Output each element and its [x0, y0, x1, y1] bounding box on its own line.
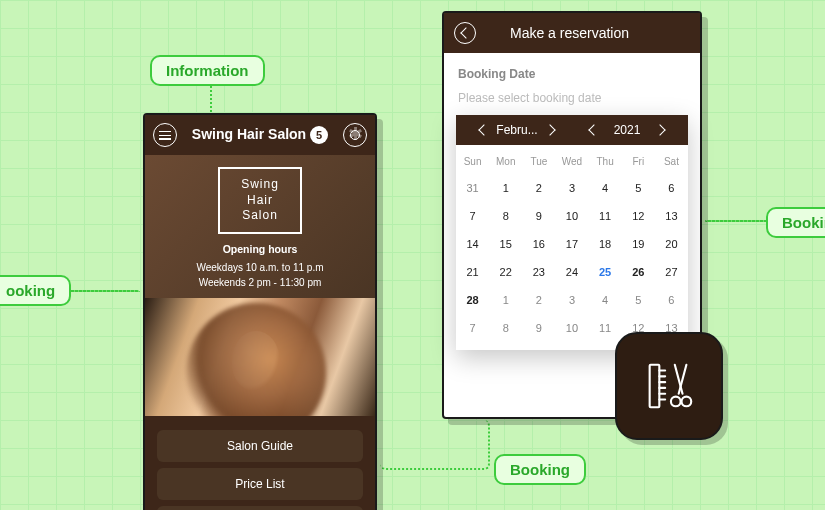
- calendar-day[interactable]: 4: [589, 174, 622, 202]
- calendar-day[interactable]: 16: [522, 230, 555, 258]
- svg-line-8: [679, 365, 687, 394]
- phone-salon-app: Swing Hair Salon5 Swing Hair Salon Openi…: [143, 113, 377, 510]
- calendar-day[interactable]: 11: [589, 314, 622, 342]
- svg-rect-0: [650, 365, 660, 408]
- tag-booking-bottom: Booking: [494, 454, 586, 485]
- reservation-button[interactable]: Reservation: [157, 506, 363, 510]
- calendar-day[interactable]: 13: [655, 202, 688, 230]
- current-year: 2021: [606, 123, 648, 137]
- tag-booking-right: Bookin: [766, 207, 825, 238]
- salon-guide-button[interactable]: Salon Guide: [157, 430, 363, 462]
- calendar-day[interactable]: 22: [489, 258, 522, 286]
- tag-information: Information: [150, 55, 265, 86]
- calendar-day[interactable]: 14: [456, 230, 489, 258]
- calendar-day[interactable]: 3: [555, 286, 588, 314]
- month-nav: Febru...: [462, 123, 572, 137]
- hamburger-icon: [159, 131, 171, 140]
- hero-section: Swing Hair Salon Opening hours Weekdays …: [145, 155, 375, 298]
- calendar-day[interactable]: 7: [456, 202, 489, 230]
- calendar-day[interactable]: 20: [655, 230, 688, 258]
- next-month-button[interactable]: [544, 124, 555, 135]
- next-year-button[interactable]: [654, 124, 665, 135]
- booking-form: Booking Date Please select booking date …: [444, 53, 700, 364]
- day-header: Thu: [589, 149, 622, 174]
- calendar-day[interactable]: 2: [522, 286, 555, 314]
- price-list-button[interactable]: Price List: [157, 468, 363, 500]
- tag-booking-left: ooking: [0, 275, 71, 306]
- calendar-day[interactable]: 11: [589, 202, 622, 230]
- calendar-day[interactable]: 17: [555, 230, 588, 258]
- page-title: Make a reservation: [510, 25, 629, 41]
- svg-line-7: [675, 365, 683, 394]
- calendar-day[interactable]: 26: [622, 258, 655, 286]
- button-list: Salon Guide Price List Reservation: [145, 416, 375, 510]
- calendar-day[interactable]: 6: [655, 174, 688, 202]
- calendar-day[interactable]: 7: [456, 314, 489, 342]
- hero-photo: [145, 298, 375, 416]
- svg-point-10: [682, 397, 692, 407]
- notification-badge: 5: [310, 126, 328, 144]
- comb-scissors-icon: [640, 357, 698, 415]
- day-header: Tue: [522, 149, 555, 174]
- day-header: Fri: [622, 149, 655, 174]
- calendar-day[interactable]: 23: [522, 258, 555, 286]
- calendar-day[interactable]: 1: [489, 286, 522, 314]
- calendar-day[interactable]: 19: [622, 230, 655, 258]
- day-header: Mon: [489, 149, 522, 174]
- svg-point-9: [671, 397, 681, 407]
- calendar-day[interactable]: 9: [522, 202, 555, 230]
- calendar-day[interactable]: 8: [489, 202, 522, 230]
- app-bar: Make a reservation: [444, 13, 700, 53]
- calendar-day[interactable]: 27: [655, 258, 688, 286]
- calendar-header: Febru... 2021: [456, 115, 688, 145]
- calendar-day[interactable]: 24: [555, 258, 588, 286]
- booking-date-placeholder[interactable]: Please select booking date: [458, 91, 686, 105]
- calendar-day[interactable]: 12: [622, 202, 655, 230]
- calendar-day[interactable]: 8: [489, 314, 522, 342]
- day-header: Wed: [555, 149, 588, 174]
- calendar-day[interactable]: 5: [622, 286, 655, 314]
- calendar-day[interactable]: 10: [555, 202, 588, 230]
- settings-button[interactable]: [343, 123, 367, 147]
- day-header: Sun: [456, 149, 489, 174]
- calendar-day[interactable]: 3: [555, 174, 588, 202]
- calendar-day[interactable]: 5: [622, 174, 655, 202]
- calendar-day[interactable]: 2: [522, 174, 555, 202]
- prev-month-button[interactable]: [478, 124, 489, 135]
- salon-logo: Swing Hair Salon: [218, 167, 302, 234]
- prev-year-button[interactable]: [588, 124, 599, 135]
- menu-button[interactable]: [153, 123, 177, 147]
- calendar-day[interactable]: 10: [555, 314, 588, 342]
- calendar-day[interactable]: 31: [456, 174, 489, 202]
- calendar-day[interactable]: 25: [589, 258, 622, 286]
- calendar-grid: SunMonTueWedThuFriSat3112345678910111213…: [456, 145, 688, 350]
- salon-app-icon[interactable]: [615, 332, 723, 440]
- calendar-day[interactable]: 18: [589, 230, 622, 258]
- current-month: Febru...: [496, 123, 538, 137]
- calendar-day[interactable]: 1: [489, 174, 522, 202]
- year-nav: 2021: [572, 123, 682, 137]
- calendar-day[interactable]: 4: [589, 286, 622, 314]
- calendar-day[interactable]: 21: [456, 258, 489, 286]
- booking-date-label: Booking Date: [458, 67, 686, 81]
- app-bar: Swing Hair Salon5: [145, 115, 375, 155]
- calendar: Febru... 2021 SunMonTueWedThuFriSat31123…: [456, 115, 688, 350]
- day-header: Sat: [655, 149, 688, 174]
- calendar-day[interactable]: 9: [522, 314, 555, 342]
- calendar-day[interactable]: 15: [489, 230, 522, 258]
- calendar-day[interactable]: 28: [456, 286, 489, 314]
- opening-hours: Opening hours Weekdays 10 a.m. to 11 p.m…: [153, 242, 367, 290]
- calendar-day[interactable]: 6: [655, 286, 688, 314]
- back-button[interactable]: [454, 22, 476, 44]
- gear-icon: [348, 128, 362, 142]
- app-title: Swing Hair Salon5: [177, 126, 343, 144]
